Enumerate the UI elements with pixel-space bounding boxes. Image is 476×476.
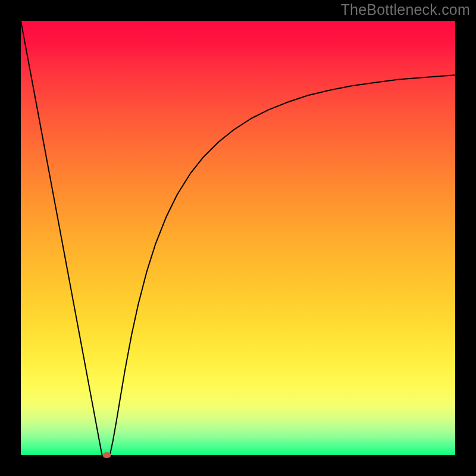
watermark-label: TheBottleneck.com <box>341 1 470 18</box>
optimal-point-marker <box>103 452 111 458</box>
plot-background <box>21 21 455 455</box>
bottleneck-chart <box>0 0 476 476</box>
chart-stage: TheBottleneck.com <box>0 0 476 476</box>
